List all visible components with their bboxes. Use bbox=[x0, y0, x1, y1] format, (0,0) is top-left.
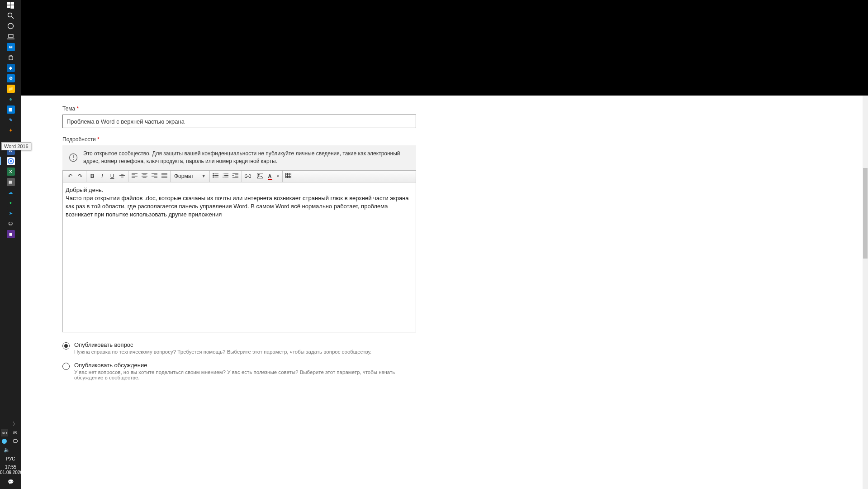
store-icon bbox=[7, 53, 15, 62]
app-chrome[interactable] bbox=[0, 156, 21, 166]
strike-button[interactable] bbox=[117, 171, 127, 181]
radio-question[interactable] bbox=[62, 342, 70, 350]
subject-input[interactable] bbox=[62, 115, 416, 128]
vscode-icon: ◆ bbox=[7, 64, 15, 72]
app-store[interactable] bbox=[0, 52, 21, 62]
gear-icon: ⚙ bbox=[7, 74, 15, 82]
circle-icon bbox=[7, 23, 14, 30]
link-button[interactable] bbox=[243, 171, 253, 181]
app-edge[interactable]: e bbox=[0, 94, 21, 104]
align-justify-button[interactable] bbox=[159, 171, 169, 181]
indent-button[interactable] bbox=[231, 171, 241, 181]
font-color-button[interactable]: A bbox=[265, 171, 275, 181]
svg-rect-2 bbox=[7, 5, 10, 8]
app-vscode[interactable]: ◆ bbox=[0, 62, 21, 73]
info-icon bbox=[69, 153, 78, 162]
editor-line: Часто при открытии файлов .doc, которые … bbox=[66, 194, 413, 219]
cortana-button[interactable] bbox=[0, 21, 21, 31]
rich-text-editor: ↶ ↷ B I U Формат bbox=[62, 170, 416, 332]
notification-icon: 💬 bbox=[8, 479, 14, 485]
tray-time: 17:55 bbox=[0, 465, 21, 470]
app-notes[interactable]: ▤ bbox=[0, 177, 21, 187]
app-paint[interactable]: ✎ bbox=[0, 115, 21, 125]
app-settings[interactable]: ⚙ bbox=[0, 73, 21, 83]
bold-button[interactable]: B bbox=[87, 171, 97, 181]
tray-clock[interactable]: 17:55 01.09.2020 bbox=[0, 463, 21, 477]
tray-language[interactable]: РУС bbox=[0, 455, 21, 463]
editor-textarea[interactable]: Добрый день. Часто при открытии файлов .… bbox=[63, 182, 416, 332]
tray-expand[interactable]: 〉 bbox=[0, 419, 21, 429]
svg-rect-1 bbox=[11, 2, 14, 5]
post-type-options: Опубликовать вопрос Нужна справка по тех… bbox=[62, 341, 417, 380]
scrollbar[interactable] bbox=[863, 96, 868, 489]
bullet-list-button[interactable] bbox=[211, 171, 221, 181]
svg-rect-3 bbox=[11, 5, 14, 9]
svg-point-4 bbox=[8, 13, 12, 17]
radio-discussion[interactable] bbox=[62, 363, 70, 370]
app-excel[interactable]: X bbox=[0, 166, 21, 177]
svg-rect-51 bbox=[286, 173, 291, 178]
undo-icon: ↶ bbox=[68, 173, 72, 179]
task-view-icon bbox=[7, 33, 14, 40]
app-telegram[interactable]: ➤ bbox=[0, 208, 21, 218]
tray-network-icon[interactable] bbox=[1, 437, 8, 445]
svg-rect-0 bbox=[7, 2, 10, 5]
whatsapp-icon: ● bbox=[7, 199, 15, 207]
image-button[interactable] bbox=[255, 171, 265, 181]
app-mail[interactable]: ✉ bbox=[0, 42, 21, 52]
option-question-title: Опубликовать вопрос bbox=[74, 341, 371, 348]
svg-point-6 bbox=[8, 24, 14, 29]
format-label: Формат bbox=[174, 173, 194, 179]
app-purple[interactable]: ◼ bbox=[0, 229, 21, 239]
app-explorer[interactable]: 📁 bbox=[0, 83, 21, 94]
indent-icon bbox=[232, 173, 238, 179]
scrollbar-thumb[interactable] bbox=[863, 168, 868, 259]
font-color-dropdown[interactable]: ▼ bbox=[275, 171, 281, 181]
align-center-button[interactable] bbox=[139, 171, 149, 181]
app-misc[interactable]: ✦ bbox=[0, 125, 21, 135]
chevron-right-icon: 〉 bbox=[13, 421, 18, 427]
speaker-icon: 🔈 bbox=[4, 447, 10, 453]
option-discussion-desc: У вас нет вопросов, но вы хотите поделит… bbox=[74, 369, 417, 380]
app-whatsapp[interactable]: ● bbox=[0, 197, 21, 208]
option-discussion-title: Опубликовать обсуждение bbox=[74, 362, 417, 369]
option-discussion[interactable]: Опубликовать обсуждение У вас нет вопрос… bbox=[62, 362, 417, 380]
italic-icon: I bbox=[101, 173, 103, 179]
tray-display-icon[interactable]: 🖵 bbox=[12, 437, 19, 445]
underline-button[interactable]: U bbox=[107, 171, 117, 181]
undo-button[interactable]: ↶ bbox=[65, 171, 75, 181]
svg-rect-7 bbox=[9, 34, 13, 38]
redo-button[interactable]: ↷ bbox=[75, 171, 85, 181]
svg-point-10 bbox=[9, 160, 12, 162]
tray-date: 01.09.2020 bbox=[0, 470, 21, 475]
app-calendar[interactable]: ▦ bbox=[0, 104, 21, 115]
start-button[interactable] bbox=[0, 0, 21, 10]
action-center-button[interactable]: 💬 bbox=[0, 477, 21, 487]
option-question[interactable]: Опубликовать вопрос Нужна справка по тех… bbox=[62, 341, 417, 355]
strike-icon bbox=[119, 173, 125, 179]
app-onedrive[interactable]: ☁ bbox=[0, 187, 21, 197]
search-icon bbox=[7, 12, 14, 19]
tray-mail-icon[interactable]: ✉ bbox=[12, 429, 19, 436]
search-button[interactable] bbox=[0, 10, 21, 21]
tray-lang-icon[interactable]: RU bbox=[1, 429, 8, 436]
details-label: Подробности * bbox=[62, 136, 417, 143]
tray-volume[interactable]: 🔈 bbox=[0, 445, 21, 455]
task-view-button[interactable] bbox=[0, 31, 21, 42]
chrome-icon bbox=[7, 157, 15, 165]
folder-icon: 📁 bbox=[7, 85, 15, 93]
table-icon bbox=[285, 173, 291, 179]
required-marker: * bbox=[77, 105, 79, 112]
required-marker: * bbox=[97, 136, 100, 143]
table-button[interactable] bbox=[284, 171, 294, 181]
editor-toolbar: ↶ ↷ B I U Формат bbox=[63, 171, 416, 182]
number-list-button[interactable]: 123 bbox=[221, 171, 231, 181]
align-right-button[interactable] bbox=[149, 171, 159, 181]
app-monitor[interactable]: 🖵 bbox=[0, 218, 21, 229]
caret-down-icon: ▼ bbox=[202, 174, 206, 178]
align-left-button[interactable] bbox=[129, 171, 139, 181]
format-select[interactable]: Формат ▼ bbox=[171, 173, 209, 179]
svg-point-32 bbox=[213, 173, 214, 174]
italic-button[interactable]: I bbox=[97, 171, 107, 181]
link-icon bbox=[245, 173, 251, 179]
